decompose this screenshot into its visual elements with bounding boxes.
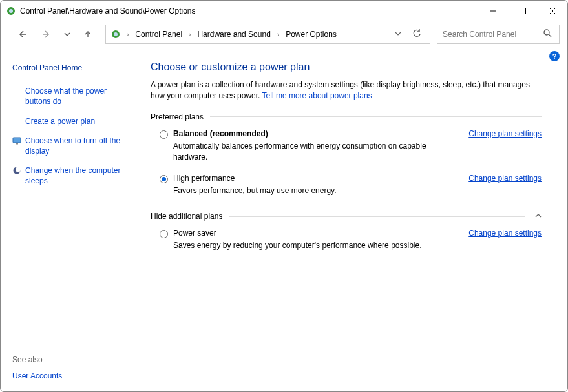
sidebar-link[interactable]: Create a power plan: [12, 116, 132, 127]
search-icon: [543, 29, 554, 39]
preferred-plans-header: Preferred plans: [151, 112, 542, 121]
close-button[interactable]: [538, 1, 567, 21]
radio-button[interactable]: [160, 175, 168, 183]
blank-icon: [12, 87, 21, 96]
control-panel-home-link[interactable]: Control Panel Home: [12, 63, 132, 73]
monitor-icon: [12, 136, 21, 145]
breadcrumb-item[interactable]: Power Options: [283, 30, 339, 39]
page-description: A power plan is a collection of hardware…: [151, 79, 542, 102]
plan-title: High performance: [173, 174, 461, 183]
nav-bar: › Control Panel › Hardware and Sound › P…: [1, 21, 567, 47]
main-panel: Choose or customize a power plan A power…: [139, 47, 567, 391]
chevron-right-icon[interactable]: ›: [276, 31, 280, 38]
app-icon: [6, 6, 16, 16]
change-plan-settings-link[interactable]: Change plan settings: [468, 129, 542, 138]
maximize-button[interactable]: [508, 1, 538, 21]
chevron-right-icon[interactable]: ›: [125, 31, 130, 38]
svg-point-16: [16, 167, 21, 172]
blank-icon: [12, 117, 21, 126]
chevron-up-icon[interactable]: [531, 212, 542, 220]
plan-description: Favors performance, but may use more ene…: [173, 185, 461, 196]
address-dropdown[interactable]: [391, 30, 405, 39]
svg-point-11: [544, 30, 549, 35]
up-button[interactable]: [77, 25, 99, 44]
window-controls: [478, 1, 567, 21]
forward-button[interactable]: [36, 25, 58, 44]
change-plan-settings-link[interactable]: Change plan settings: [468, 229, 542, 238]
search-box[interactable]: Search Control Panel: [437, 25, 560, 44]
svg-rect-3: [520, 8, 526, 14]
see-also-label: See also: [12, 355, 132, 364]
plan-option-power-saver[interactable]: Power saver Saves energy by reducing you…: [151, 226, 542, 260]
plan-title: Power saver: [173, 229, 461, 238]
search-placeholder: Search Control Panel: [443, 30, 543, 39]
plan-option-balanced[interactable]: Balanced (recommended) Automatically bal…: [151, 127, 542, 172]
svg-point-1: [9, 9, 13, 13]
sidebar-link[interactable]: Change when the computer sleeps: [12, 165, 132, 186]
sidebar: Control Panel Home Choose what the power…: [1, 47, 139, 391]
back-button[interactable]: [11, 25, 33, 44]
plan-option-high-performance[interactable]: High performance Favors performance, but…: [151, 171, 542, 205]
moon-icon: [12, 166, 21, 175]
learn-more-link[interactable]: Tell me more about power plans: [262, 91, 372, 100]
page-heading: Choose or customize a power plan: [151, 61, 542, 73]
additional-plans-header[interactable]: Hide additional plans: [151, 212, 542, 221]
sidebar-link[interactable]: Choose when to turn off the display: [12, 136, 132, 156]
minimize-button[interactable]: [478, 1, 508, 21]
svg-point-10: [114, 32, 118, 36]
radio-button[interactable]: [160, 130, 168, 139]
chevron-right-icon[interactable]: ›: [187, 31, 192, 38]
content-body: ? Control Panel Home Choose what the pow…: [1, 47, 567, 391]
window-title: Control Panel\Hardware and Sound\Power O…: [20, 6, 478, 15]
breadcrumb-item[interactable]: Hardware and Sound: [195, 30, 273, 39]
user-accounts-link[interactable]: User Accounts: [12, 371, 132, 381]
breadcrumb-item[interactable]: Control Panel: [132, 30, 185, 39]
svg-rect-13: [13, 138, 21, 143]
svg-rect-14: [16, 143, 18, 145]
plan-title: Balanced (recommended): [173, 129, 461, 138]
change-plan-settings-link[interactable]: Change plan settings: [468, 174, 542, 183]
address-bar[interactable]: › Control Panel › Hardware and Sound › P…: [105, 25, 430, 44]
refresh-button[interactable]: [408, 29, 426, 40]
title-bar: Control Panel\Hardware and Sound\Power O…: [1, 1, 567, 21]
radio-button[interactable]: [160, 230, 168, 238]
recent-dropdown[interactable]: [60, 25, 74, 44]
sidebar-link[interactable]: Choose what the power buttons do: [12, 86, 132, 107]
location-icon: [110, 28, 121, 40]
plan-description: Saves energy by reducing your computer's…: [173, 240, 461, 251]
plan-description: Automatically balances performance with …: [173, 141, 461, 163]
svg-line-12: [549, 34, 551, 37]
